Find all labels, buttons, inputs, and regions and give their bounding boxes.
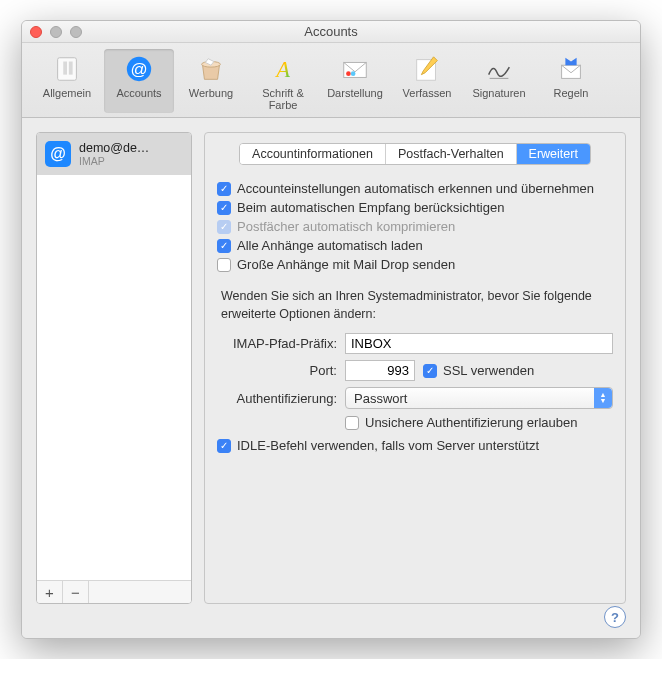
insecure-auth-label: Unsichere Authentifizierung erlauben	[365, 415, 577, 430]
imap-prefix-input[interactable]	[345, 333, 613, 354]
toolbar-item-viewing[interactable]: Darstellung	[320, 49, 390, 113]
row-authentication: Authentifizierung: Passwort ▲▼	[217, 387, 613, 409]
signature-icon	[483, 53, 515, 85]
svg-rect-1	[63, 62, 67, 75]
setting-maildrop[interactable]: Große Anhänge mit Mail Drop senden	[217, 255, 613, 274]
rules-icon	[555, 53, 587, 85]
setting-auto-detect[interactable]: ✓ Accounteinstellungen automatisch erken…	[217, 179, 613, 198]
tab-advanced[interactable]: Erweitert	[517, 144, 590, 164]
help-button[interactable]: ?	[604, 606, 626, 628]
port-input[interactable]	[345, 360, 415, 381]
font-icon: A	[267, 53, 299, 85]
account-text: demo@de… IMAP	[79, 141, 149, 167]
toolbar-label: Accounts	[104, 87, 174, 99]
checkbox-label: Beim automatischen Empfang berücksichtig…	[237, 200, 504, 215]
port-label: Port:	[217, 363, 345, 378]
window-title: Accounts	[22, 24, 640, 39]
accounts-list[interactable]: @ demo@de… IMAP	[37, 133, 191, 580]
checkbox-label: Accounteinstellungen automatisch erkenne…	[237, 181, 594, 196]
setting-auto-attachments[interactable]: ✓ Alle Anhänge automatisch laden	[217, 236, 613, 255]
row-imap-prefix: IMAP-Pfad-Präfix:	[217, 333, 613, 354]
svg-text:A: A	[274, 57, 290, 82]
checkbox-label: Große Anhänge mit Mail Drop senden	[237, 257, 455, 272]
toolbar-item-junk[interactable]: Werbung	[176, 49, 246, 113]
main-panel: Accountinformationen Postfach-Verhalten …	[204, 132, 626, 604]
tab-bar: Accountinformationen Postfach-Verhalten …	[217, 143, 613, 165]
envelope-icon	[339, 53, 371, 85]
account-name: demo@de…	[79, 141, 149, 155]
setting-auto-compress: ✓ Postfächer automatisch komprimieren	[217, 217, 613, 236]
toolbar-label: Regeln	[536, 87, 606, 99]
toolbar-label: Schrift & Farbe	[248, 87, 318, 111]
sidebar-footer: + −	[37, 580, 191, 603]
checkbox-label: Alle Anhänge automatisch laden	[237, 238, 423, 253]
imap-prefix-label: IMAP-Pfad-Präfix:	[217, 336, 345, 351]
svg-point-8	[346, 71, 351, 76]
svg-text:@: @	[130, 60, 147, 79]
toolbar-item-fonts[interactable]: A Schrift & Farbe	[248, 49, 318, 113]
toolbar-item-accounts[interactable]: @ Accounts	[104, 49, 174, 113]
auth-value: Passwort	[354, 391, 407, 406]
accounts-sidebar: @ demo@de… IMAP + −	[36, 132, 192, 604]
toolbar-item-rules[interactable]: Regeln	[536, 49, 606, 113]
setting-idle[interactable]: ✓ IDLE-Befehl verwenden, falls vom Serve…	[217, 436, 613, 455]
toolbar-label: Signaturen	[464, 87, 534, 99]
trash-icon	[195, 53, 227, 85]
remove-account-button[interactable]: −	[63, 581, 89, 603]
account-type: IMAP	[79, 155, 149, 167]
slider-icon	[51, 53, 83, 85]
toolbar-label: Werbung	[176, 87, 246, 99]
auth-label: Authentifizierung:	[217, 391, 345, 406]
ssl-label: SSL verwenden	[443, 363, 534, 378]
auth-select[interactable]: Passwort ▲▼	[345, 387, 613, 409]
checkbox-icon: ✓	[217, 201, 231, 215]
checkbox-icon	[217, 258, 231, 272]
tab-mailbox-behavior[interactable]: Postfach-Verhalten	[386, 144, 517, 164]
titlebar: Accounts	[22, 21, 640, 43]
preferences-window: Accounts Allgemein @ Accounts Werbung A …	[21, 20, 641, 639]
account-list-item[interactable]: @ demo@de… IMAP	[37, 133, 191, 175]
chevron-up-down-icon: ▲▼	[594, 388, 612, 408]
toolbar-label: Verfassen	[392, 87, 462, 99]
svg-point-9	[351, 71, 356, 76]
checkbox-icon: ✓	[423, 364, 437, 378]
content-area: @ demo@de… IMAP + − Accountinformationen…	[22, 118, 640, 638]
tab-account-info[interactable]: Accountinformationen	[240, 144, 386, 164]
toolbar-label: Darstellung	[320, 87, 390, 99]
advanced-note: Wenden Sie sich an Ihren Systemadministr…	[221, 288, 613, 323]
setting-ssl[interactable]: ✓ SSL verwenden	[423, 363, 534, 378]
checkbox-icon: ✓	[217, 182, 231, 196]
toolbar: Allgemein @ Accounts Werbung A Schrift &…	[22, 43, 640, 118]
setting-auto-receive[interactable]: ✓ Beim automatischen Empfang berücksicht…	[217, 198, 613, 217]
toolbar-item-signatures[interactable]: Signaturen	[464, 49, 534, 113]
checkbox-icon: ✓	[217, 220, 231, 234]
at-icon: @	[123, 53, 155, 85]
setting-insecure-auth[interactable]: Unsichere Authentifizierung erlauben	[345, 415, 577, 430]
checkbox-label: Postfächer automatisch komprimieren	[237, 219, 455, 234]
add-account-button[interactable]: +	[37, 581, 63, 603]
toolbar-label: Allgemein	[32, 87, 102, 99]
svg-rect-2	[69, 62, 73, 75]
idle-label: IDLE-Befehl verwenden, falls vom Server …	[237, 438, 539, 453]
toolbar-item-composing[interactable]: Verfassen	[392, 49, 462, 113]
toolbar-item-general[interactable]: Allgemein	[32, 49, 102, 113]
checkbox-icon	[345, 416, 359, 430]
checkbox-icon: ✓	[217, 239, 231, 253]
compose-icon	[411, 53, 443, 85]
row-insecure-auth: Unsichere Authentifizierung erlauben	[217, 415, 613, 430]
checkbox-icon: ✓	[217, 439, 231, 453]
row-port: Port: ✓ SSL verwenden	[217, 360, 613, 381]
at-icon: @	[45, 141, 71, 167]
